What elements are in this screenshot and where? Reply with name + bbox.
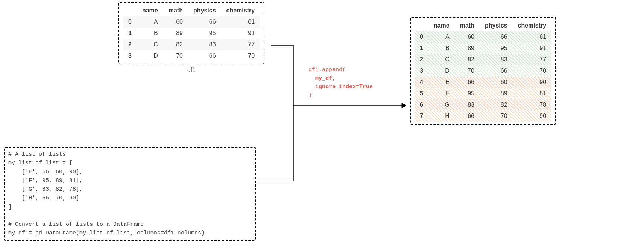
arrowhead-icon [402, 103, 406, 108]
connector-df1 [271, 45, 406, 106]
connector-svg [0, 0, 644, 245]
connector-code [258, 106, 293, 181]
